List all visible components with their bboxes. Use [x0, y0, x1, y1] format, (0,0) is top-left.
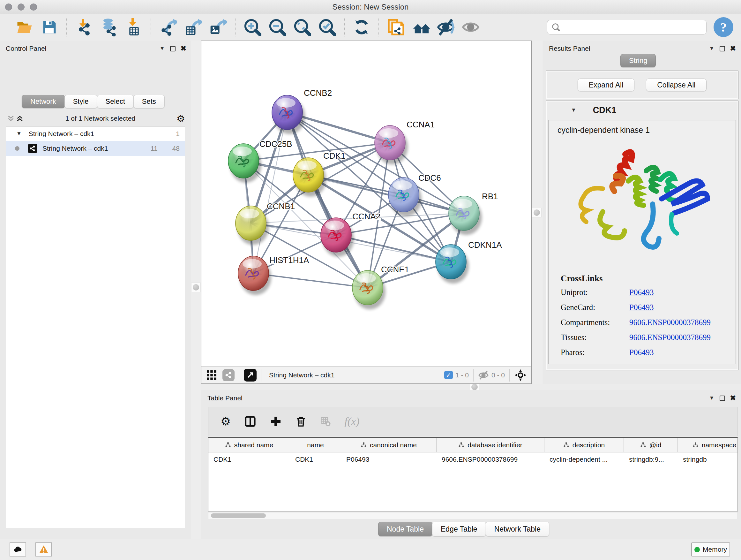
- column-header[interactable]: namespace: [678, 438, 738, 452]
- table-horizontal-scrollbar[interactable]: [208, 512, 738, 519]
- network-node[interactable]: CCNE1: [352, 265, 409, 309]
- table-cell[interactable]: 9606.ENSP00000378699: [436, 455, 544, 463]
- table-row[interactable]: CDK1CDK1P064939606.ENSP00000378699cyclin…: [208, 452, 738, 466]
- table-options-gear-icon[interactable]: ⚙: [220, 415, 231, 428]
- selected-checkbox-icon[interactable]: ✓: [444, 371, 453, 379]
- duplicate-network-button[interactable]: [384, 16, 408, 38]
- network-node[interactable]: CCNB2: [272, 88, 332, 134]
- panel-float-icon[interactable]: [170, 46, 176, 51]
- cloud-button[interactable]: [10, 543, 26, 557]
- crosslink-link[interactable]: P06493: [629, 348, 654, 357]
- column-header[interactable]: database identifier: [436, 438, 544, 452]
- network-canvas[interactable]: CCNB2 CCNA1 CDC25B CDK1 CDC6: [201, 41, 531, 366]
- export-image-button[interactable]: [205, 16, 230, 38]
- import-table-file-button[interactable]: [121, 16, 146, 38]
- table-cell[interactable]: stringdb: [678, 455, 738, 463]
- crosslink-link[interactable]: 9606.ENSP00000378699: [629, 318, 711, 327]
- panel-close-icon[interactable]: ✖: [730, 44, 736, 53]
- crosslink-link[interactable]: P06493: [629, 303, 654, 312]
- expand-all-button[interactable]: Expand All: [578, 78, 635, 91]
- tab-edge-table[interactable]: Edge Table: [432, 522, 486, 537]
- hidden-eye-icon[interactable]: [478, 370, 489, 381]
- panel-collapse-icon[interactable]: ▼: [709, 395, 715, 401]
- column-header[interactable]: shared name: [208, 438, 290, 452]
- scrollbar-thumb[interactable]: [211, 513, 266, 518]
- zoom-out-button[interactable]: [265, 16, 290, 38]
- search-field[interactable]: [547, 20, 706, 35]
- network-node[interactable]: CDK1: [293, 151, 345, 197]
- warnings-button[interactable]: [36, 543, 52, 557]
- gene-expander-icon[interactable]: ▼: [571, 107, 576, 113]
- table-cell[interactable]: CDK1: [208, 455, 290, 463]
- column-header[interactable]: canonical name: [341, 438, 436, 452]
- column-header[interactable]: description: [544, 438, 624, 452]
- search-input[interactable]: [560, 23, 697, 31]
- network-collection-row[interactable]: ▼ String Network – cdk1 1: [6, 126, 185, 141]
- right-splitter-handle[interactable]: [534, 209, 540, 216]
- tab-string[interactable]: String: [620, 54, 656, 67]
- tab-style[interactable]: Style: [64, 95, 97, 108]
- add-column-icon[interactable]: [270, 415, 282, 428]
- network-options-gear-icon[interactable]: ⚙: [177, 113, 185, 124]
- column-header[interactable]: @id: [624, 438, 678, 452]
- gene-card-header[interactable]: ▼ CDK1: [546, 101, 738, 119]
- save-session-button[interactable]: [37, 16, 62, 38]
- birdseye-grid-icon[interactable]: [206, 369, 217, 381]
- fit-selected-crosshair-icon[interactable]: [514, 369, 527, 381]
- column-header[interactable]: name: [290, 438, 341, 452]
- panel-collapse-icon[interactable]: ▼: [709, 45, 715, 52]
- network-edge[interactable]: [253, 112, 287, 273]
- network-node[interactable]: CCNB1: [235, 201, 295, 245]
- zoom-selected-button[interactable]: [315, 16, 340, 38]
- table-cell[interactable]: CDK1: [290, 455, 341, 463]
- tab-network-table[interactable]: Network Table: [486, 522, 549, 537]
- tab-sets[interactable]: Sets: [133, 95, 165, 108]
- table-cell[interactable]: stringdb:9...: [624, 455, 678, 463]
- zoom-fit-button[interactable]: [290, 16, 315, 38]
- panel-float-icon[interactable]: [720, 46, 725, 51]
- network-node[interactable]: RB1: [449, 192, 498, 235]
- export-table-button[interactable]: [181, 16, 205, 38]
- tab-node-table[interactable]: Node Table: [378, 522, 432, 537]
- home-button[interactable]: [408, 16, 433, 38]
- expand-all-icon[interactable]: [15, 114, 24, 123]
- network-node[interactable]: CDC6: [388, 173, 441, 216]
- table-cell[interactable]: cyclin-dependent ...: [544, 455, 624, 463]
- tab-network[interactable]: Network: [22, 95, 65, 108]
- collection-expander-icon[interactable]: ▼: [16, 131, 22, 137]
- export-network-button[interactable]: [156, 16, 181, 38]
- network-row[interactable]: String Network – cdk1 11 48: [6, 141, 185, 156]
- crosslink-link[interactable]: 9606.ENSP00000378699: [629, 333, 711, 342]
- table-cell[interactable]: P06493: [341, 455, 436, 463]
- panel-collapse-icon[interactable]: ▼: [159, 45, 165, 52]
- panel-float-icon[interactable]: [720, 395, 725, 401]
- bottom-splitter-handle[interactable]: [471, 384, 478, 390]
- import-network-file-button[interactable]: [71, 16, 96, 38]
- bottom-splitter[interactable]: [201, 384, 741, 390]
- left-splitter[interactable]: [191, 41, 201, 539]
- help-button[interactable]: ?: [714, 17, 733, 37]
- left-splitter-handle[interactable]: [193, 284, 199, 291]
- crosslink-link[interactable]: P06493: [629, 288, 654, 297]
- string-network-badge-icon[interactable]: [222, 369, 234, 381]
- panel-close-icon[interactable]: ✖: [181, 44, 186, 53]
- network-node[interactable]: CDKN1A: [435, 240, 502, 284]
- zoom-fit-icon: [293, 18, 311, 36]
- import-network-database-button[interactable]: [96, 16, 121, 38]
- open-in-browser-icon[interactable]: [244, 369, 257, 381]
- show-columns-icon[interactable]: [244, 415, 256, 428]
- show-graphics-button[interactable]: [458, 16, 483, 38]
- delete-column-icon[interactable]: [295, 415, 307, 428]
- tab-select[interactable]: Select: [97, 95, 134, 108]
- right-splitter[interactable]: [532, 41, 542, 384]
- refresh-button[interactable]: [349, 16, 374, 38]
- collapse-all-button[interactable]: Collapse All: [646, 78, 706, 91]
- panel-close-icon[interactable]: ✖: [730, 394, 736, 402]
- hide-selected-button[interactable]: [433, 16, 458, 38]
- collapse-all-icon[interactable]: [6, 114, 15, 123]
- zoom-in-button[interactable]: [240, 16, 265, 38]
- open-session-button[interactable]: [12, 16, 37, 38]
- network-node[interactable]: CCNA1: [375, 120, 434, 165]
- memory-button[interactable]: Memory: [691, 543, 730, 557]
- network-node[interactable]: CDC25B: [228, 139, 292, 183]
